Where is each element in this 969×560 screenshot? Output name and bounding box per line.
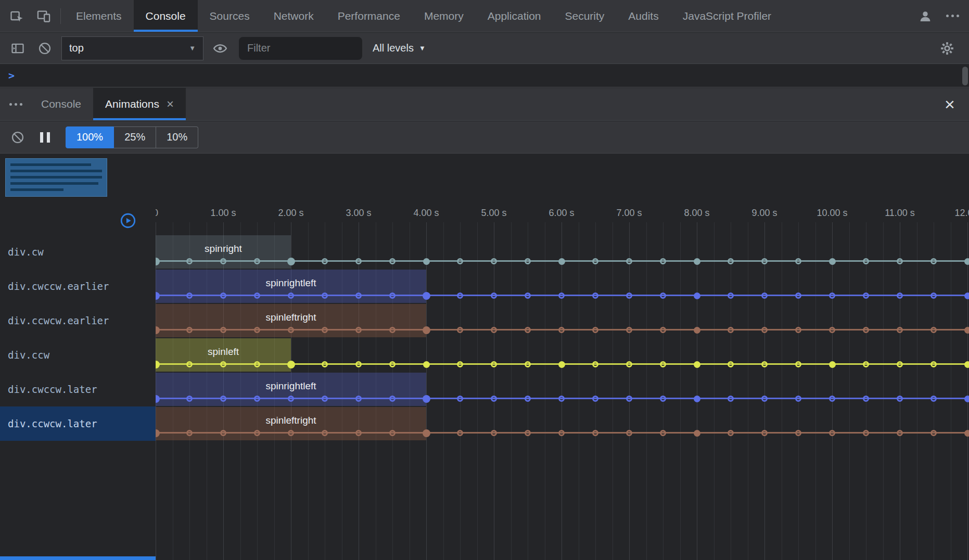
horizontal-scrollbar-thumb[interactable] xyxy=(0,556,156,560)
iteration-dot[interactable] xyxy=(694,327,700,334)
iteration-dot[interactable] xyxy=(423,292,430,300)
keyframe-dot[interactable] xyxy=(626,292,632,299)
iteration-dot[interactable] xyxy=(964,361,969,368)
iteration-dot[interactable] xyxy=(287,258,295,265)
keyframe-dot[interactable] xyxy=(592,361,598,367)
tab-performance[interactable]: Performance xyxy=(326,0,412,32)
keyframe-dot[interactable] xyxy=(220,292,226,299)
keyframe-dot[interactable] xyxy=(186,396,193,402)
animation-preview-thumbnail[interactable] xyxy=(5,158,107,197)
keyframe-dot[interactable] xyxy=(863,396,869,402)
iteration-dot[interactable] xyxy=(694,430,700,437)
tab-application[interactable]: Application xyxy=(476,0,553,32)
keyframe-dot[interactable] xyxy=(558,292,565,299)
log-levels-dropdown[interactable]: All levels ▼ xyxy=(373,42,426,54)
keyframe-dot[interactable] xyxy=(930,327,937,333)
keyframe-dot[interactable] xyxy=(558,396,565,402)
keyframe-dot[interactable] xyxy=(660,327,666,333)
row-selector-div.ccw[interactable]: div.ccw xyxy=(0,338,156,372)
tab-elements[interactable]: Elements xyxy=(64,0,134,32)
keyframe-dot[interactable] xyxy=(457,292,463,299)
tab-sources[interactable]: Sources xyxy=(198,0,262,32)
keyframe-dot[interactable] xyxy=(897,361,903,367)
keyframe-dot[interactable] xyxy=(254,292,260,299)
keyframe-dot[interactable] xyxy=(254,430,260,436)
iteration-dot[interactable] xyxy=(423,361,430,368)
iteration-dot[interactable] xyxy=(964,258,969,265)
keyframe-dot[interactable] xyxy=(863,430,869,436)
iteration-dot[interactable] xyxy=(694,361,700,368)
keyframe-dot[interactable] xyxy=(761,396,768,402)
keyframe-dot[interactable] xyxy=(592,292,598,299)
keyframe-dot[interactable] xyxy=(288,327,294,333)
playback-rate-10[interactable]: 10% xyxy=(156,126,198,148)
more-menu-icon[interactable] xyxy=(939,3,966,30)
pause-icon[interactable] xyxy=(31,124,58,151)
keyframe-dot[interactable] xyxy=(322,327,328,333)
tab-javascript-profiler[interactable]: JavaScript Profiler xyxy=(671,0,783,32)
keyframe-dot[interactable] xyxy=(355,396,362,402)
close-drawer-icon[interactable]: × xyxy=(935,89,965,119)
keyframe-dot[interactable] xyxy=(761,430,768,436)
iteration-dot[interactable] xyxy=(964,327,969,334)
keyframe-dot[interactable] xyxy=(930,292,937,299)
keyframe-dot[interactable] xyxy=(288,396,294,402)
keyframe-dot[interactable] xyxy=(491,396,497,402)
keyframe-dot[interactable] xyxy=(897,292,903,299)
user-icon[interactable] xyxy=(912,3,939,30)
keyframe-dot[interactable] xyxy=(829,292,835,299)
keyframe-dot[interactable] xyxy=(491,292,497,299)
keyframe-dot[interactable] xyxy=(322,292,328,299)
keyframe-dot[interactable] xyxy=(186,327,193,333)
replay-icon[interactable] xyxy=(119,212,137,230)
keyframe-dot[interactable] xyxy=(592,258,598,264)
keyframe-dot[interactable] xyxy=(186,292,193,299)
keyframe-dot[interactable] xyxy=(795,396,801,402)
row-selector-div.ccwcw.later[interactable]: div.ccwcw.later xyxy=(0,406,156,441)
keyframe-dot[interactable] xyxy=(795,292,801,299)
keyframe-dot[interactable] xyxy=(491,327,497,333)
keyframe-dot[interactable] xyxy=(288,292,294,299)
keyframe-dot[interactable] xyxy=(728,327,734,333)
drawer-tab-animations[interactable]: Animations× xyxy=(93,88,186,120)
keyframe-dot[interactable] xyxy=(592,327,598,333)
keyframe-dot[interactable] xyxy=(254,258,260,264)
keyframe-dot[interactable] xyxy=(795,430,801,436)
keyframe-dot[interactable] xyxy=(220,396,226,402)
keyframe-dot[interactable] xyxy=(897,430,903,436)
row-selector-div.cwccw.later[interactable]: div.cwccw.later xyxy=(0,372,156,406)
keyframe-dot[interactable] xyxy=(491,361,497,367)
keyframe-dot[interactable] xyxy=(829,327,835,333)
animation-row[interactable]: spinleft xyxy=(156,338,969,372)
keyframe-dot[interactable] xyxy=(322,361,328,367)
keyframe-dot[interactable] xyxy=(525,258,531,264)
tab-network[interactable]: Network xyxy=(262,0,326,32)
keyframe-dot[interactable] xyxy=(220,258,226,264)
iteration-dot[interactable] xyxy=(694,292,700,299)
keyframe-dot[interactable] xyxy=(389,361,396,367)
keyframe-dot[interactable] xyxy=(457,396,463,402)
row-selector-div.cw[interactable]: div.cw xyxy=(0,235,156,269)
keyframe-dot[interactable] xyxy=(626,327,632,333)
tab-audits[interactable]: Audits xyxy=(616,0,670,32)
iteration-dot[interactable] xyxy=(829,361,836,368)
filter-input[interactable] xyxy=(239,37,362,60)
keyframe-dot[interactable] xyxy=(660,430,666,436)
iteration-dot[interactable] xyxy=(964,292,969,299)
keyframe-dot[interactable] xyxy=(592,430,598,436)
device-toolbar-icon[interactable] xyxy=(30,3,57,30)
keyframe-dot[interactable] xyxy=(761,327,768,333)
keyframe-dot[interactable] xyxy=(457,258,463,264)
keyframe-dot[interactable] xyxy=(795,327,801,333)
keyframe-dot[interactable] xyxy=(457,430,463,436)
keyframe-dot[interactable] xyxy=(728,292,734,299)
keyframe-dot[interactable] xyxy=(457,327,463,333)
clear-animations-icon[interactable] xyxy=(4,124,31,151)
keyframe-dot[interactable] xyxy=(525,327,531,333)
drawer-more-icon[interactable] xyxy=(2,91,29,118)
iteration-dot[interactable] xyxy=(829,258,836,265)
keyframe-dot[interactable] xyxy=(761,292,768,299)
animation-row[interactable]: spinright xyxy=(156,235,969,269)
keyframe-dot[interactable] xyxy=(525,396,531,402)
keyframe-dot[interactable] xyxy=(863,292,869,299)
